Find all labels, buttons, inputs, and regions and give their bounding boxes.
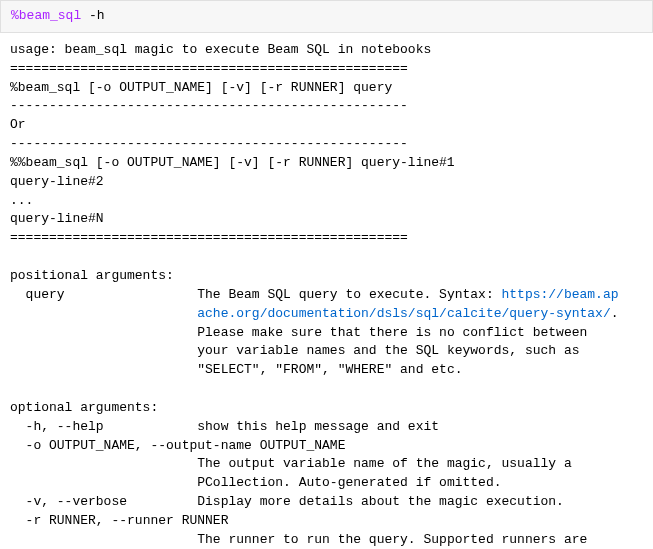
- arg-output-name-2: The output variable name of the magic, u…: [10, 456, 572, 490]
- code-cell-input[interactable]: %beam_sql -h: [0, 0, 653, 33]
- optional-arguments-header: optional arguments:: [10, 400, 158, 415]
- arg-runner-1: -r RUNNER, --runner RUNNER: [10, 513, 228, 528]
- arg-query-desc-1: The Beam SQL query to execute. Syntax:: [197, 287, 501, 302]
- positional-arguments-header: positional arguments:: [10, 268, 174, 283]
- query-syntax-link[interactable]: https://beam.ap: [502, 287, 619, 302]
- arg-verbose: -v, --verbose Display more details about…: [10, 494, 564, 509]
- arg-output-name-1: -o OUTPUT_NAME, --output-name OUTPUT_NAM…: [10, 438, 345, 453]
- usage-multi-line-3: ...: [10, 193, 33, 208]
- or-label: Or: [10, 117, 26, 132]
- usage-single-line: %beam_sql [-o OUTPUT_NAME] [-v] [-r RUNN…: [10, 80, 392, 95]
- magic-flag: -h: [81, 8, 104, 23]
- dash-sep: ----------------------------------------…: [10, 136, 408, 151]
- usage-multi-line-1: %%beam_sql [-o OUTPUT_NAME] [-v] [-r RUN…: [10, 155, 455, 170]
- usage-multi-line-2: query-line#2: [10, 174, 104, 189]
- arg-help: -h, --help show this help message and ex…: [10, 419, 439, 434]
- usage-multi-line-4: query-line#N: [10, 211, 104, 226]
- dash-sep: ----------------------------------------…: [10, 98, 408, 113]
- code-cell-output: usage: beam_sql magic to execute Beam SQ…: [0, 33, 653, 549]
- query-syntax-link-wrap[interactable]: ache.org/documentation/dsls/sql/calcite/…: [10, 306, 611, 321]
- usage-line: usage: beam_sql magic to execute Beam SQ…: [10, 42, 431, 57]
- arg-runner-2: The runner to run the query. Supported r…: [10, 532, 603, 549]
- separator: ========================================…: [10, 61, 408, 76]
- separator: ========================================…: [10, 230, 408, 245]
- arg-query-label: query: [10, 287, 197, 302]
- magic-command: %beam_sql: [11, 8, 81, 23]
